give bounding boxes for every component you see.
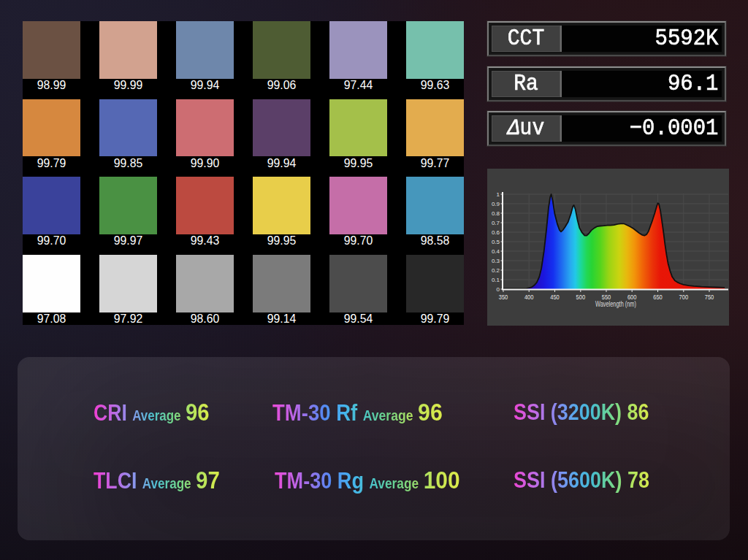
svg-text:350: 350 bbox=[499, 293, 508, 301]
svg-text:700: 700 bbox=[679, 293, 689, 301]
svg-text:0: 0 bbox=[497, 286, 500, 293]
svg-text:0.5: 0.5 bbox=[492, 239, 500, 245]
svg-text:1: 1 bbox=[497, 191, 500, 198]
svg-text:Wavelength (nm): Wavelength (nm) bbox=[595, 300, 636, 308]
svg-text:0.8: 0.8 bbox=[492, 210, 500, 217]
svg-text:650: 650 bbox=[653, 293, 663, 301]
svg-text:400: 400 bbox=[524, 293, 534, 301]
svg-text:0.3: 0.3 bbox=[492, 258, 500, 264]
svg-text:500: 500 bbox=[576, 293, 586, 301]
svg-text:0.6: 0.6 bbox=[492, 229, 500, 236]
svg-text:0.9: 0.9 bbox=[492, 201, 500, 207]
svg-text:450: 450 bbox=[550, 293, 560, 301]
svg-text:0.4: 0.4 bbox=[492, 248, 500, 255]
svg-text:0.7: 0.7 bbox=[492, 220, 500, 226]
svg-text:750: 750 bbox=[705, 293, 714, 301]
svg-text:0.1: 0.1 bbox=[492, 277, 500, 283]
svg-text:0.2: 0.2 bbox=[492, 267, 500, 274]
